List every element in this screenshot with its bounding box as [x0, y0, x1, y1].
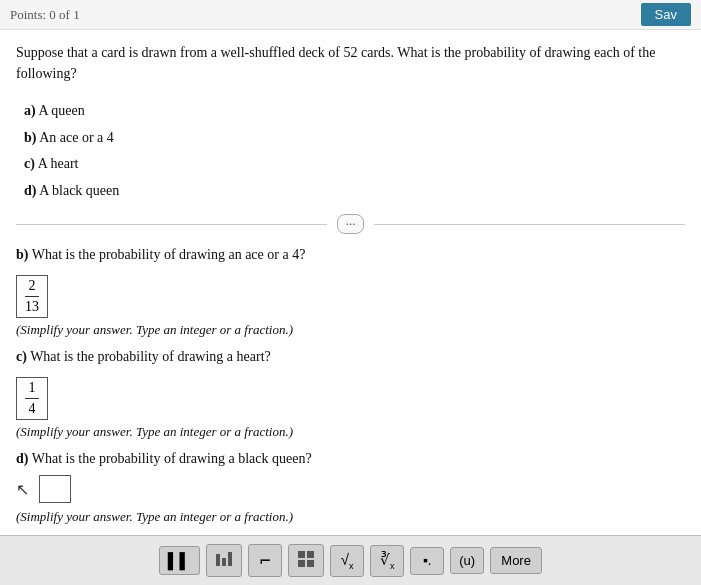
subquestion-b-text: What is the probability of drawing an ac… [32, 247, 306, 262]
part-a: a) A queen [24, 98, 685, 125]
subquestion-c-text: What is the probability of drawing a hea… [30, 349, 271, 364]
subquestion-d-text: What is the probability of drawing a bla… [32, 451, 312, 466]
toolbar-btn-sqrt[interactable]: √x [330, 545, 364, 577]
answer-c-fraction-wrapper: 1 4 [16, 373, 685, 424]
answer-d-row: ↖ [16, 475, 685, 503]
toolbar-btn-cbrt[interactable]: ∛x [370, 545, 404, 577]
subquestion-b: b) What is the probability of drawing an… [16, 244, 685, 265]
answer-b-numerator: 2 [25, 278, 39, 297]
question-intro: Suppose that a card is drawn from a well… [16, 42, 685, 84]
divider-line-right [374, 224, 685, 225]
subquestion-b-label: b) [16, 247, 28, 262]
toolbar-btn-bracket[interactable]: ⌐ [248, 544, 282, 577]
points-label: Points: 0 of 1 [10, 7, 80, 23]
bar2-icon [215, 550, 233, 571]
divider: ··· [16, 214, 685, 234]
toolbar-btn-bar2[interactable] [206, 544, 242, 577]
answer-c-denominator: 4 [29, 399, 36, 417]
divider-line-left [16, 224, 327, 225]
subquestion-d: d) What is the probability of drawing a … [16, 448, 685, 469]
hint-d: (Simplify your answer. Type an integer o… [16, 509, 685, 525]
save-button[interactable]: Sav [641, 3, 691, 26]
hint-c: (Simplify your answer. Type an integer o… [16, 424, 685, 440]
part-d-text: A black queen [39, 183, 119, 198]
part-c: c) A heart [24, 151, 685, 178]
main-content: Suppose that a card is drawn from a well… [0, 30, 701, 535]
svg-rect-6 [307, 560, 314, 567]
top-bar: Points: 0 of 1 Sav [0, 0, 701, 30]
parentheses-icon: (u) [459, 553, 475, 568]
subquestion-c-label: c) [16, 349, 27, 364]
cursor-arrow-icon: ↖ [16, 480, 29, 499]
part-d: d) A black queen [24, 178, 685, 205]
part-a-label: a) [24, 103, 36, 118]
toolbar-btn-bar1[interactable]: ▌▌ [159, 546, 200, 575]
matrix-icon [297, 550, 315, 571]
hint-b: (Simplify your answer. Type an integer o… [16, 322, 685, 338]
svg-rect-1 [222, 558, 226, 566]
answer-b-fraction[interactable]: 2 13 [16, 275, 48, 318]
cbrt-icon: ∛x [380, 551, 395, 571]
answer-c-numerator: 1 [25, 380, 39, 399]
answer-b-fraction-wrapper: 2 13 [16, 271, 685, 322]
part-c-label: c) [24, 156, 35, 171]
bottom-toolbar: ▌▌ ⌐ √x ∛x ▪. (u) [0, 535, 701, 585]
parts-list: a) A queen b) An ace or a 4 c) A heart d… [24, 98, 685, 204]
answer-c-fraction[interactable]: 1 4 [16, 377, 48, 420]
toolbar-btn-period[interactable]: ▪. [410, 547, 444, 575]
part-d-label: d) [24, 183, 36, 198]
bar1-icon: ▌▌ [168, 552, 191, 569]
divider-dots[interactable]: ··· [337, 214, 365, 234]
answer-b-denominator: 13 [25, 297, 39, 315]
svg-rect-4 [307, 551, 314, 558]
period-icon: ▪. [423, 553, 431, 569]
svg-rect-3 [298, 551, 305, 558]
svg-rect-0 [216, 554, 220, 566]
more-label: More [501, 553, 531, 568]
part-c-text: A heart [38, 156, 79, 171]
subquestion-d-label: d) [16, 451, 28, 466]
part-b-text: An ace or a 4 [39, 130, 114, 145]
toolbar-btn-matrix[interactable] [288, 544, 324, 577]
part-b: b) An ace or a 4 [24, 125, 685, 152]
svg-rect-2 [228, 552, 232, 566]
part-b-label: b) [24, 130, 36, 145]
toolbar-btn-more[interactable]: More [490, 547, 542, 574]
bracket-icon: ⌐ [260, 550, 271, 571]
toolbar-btn-parentheses[interactable]: (u) [450, 547, 484, 574]
answer-d-input[interactable] [39, 475, 71, 503]
sqrt-icon: √x [341, 551, 354, 571]
svg-rect-5 [298, 560, 305, 567]
subquestion-c: c) What is the probability of drawing a … [16, 346, 685, 367]
part-a-text: A queen [38, 103, 84, 118]
